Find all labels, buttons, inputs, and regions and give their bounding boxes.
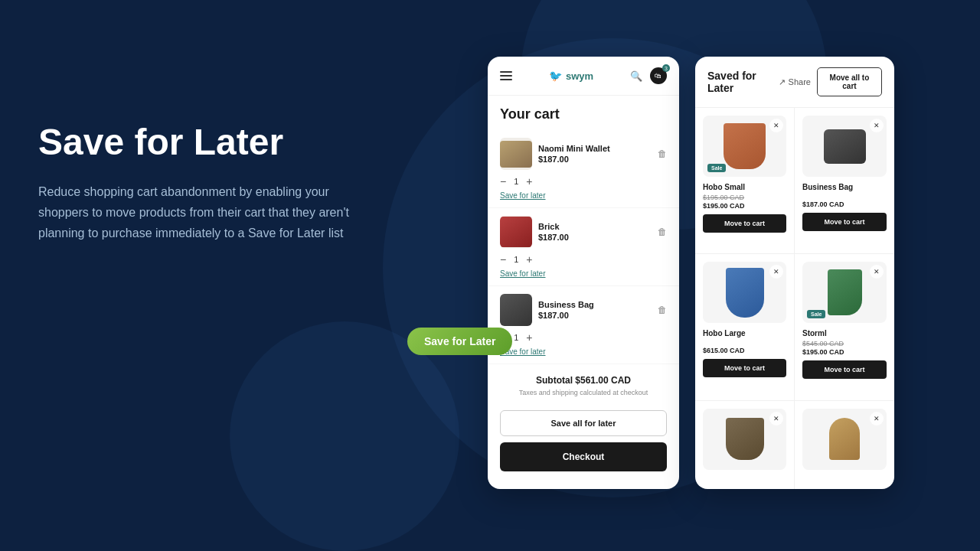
- cart-item-info-2: Brick $187.00: [538, 222, 652, 242]
- cart-title: Your cart: [488, 96, 679, 130]
- sale-badge-1: Sale: [707, 164, 726, 172]
- share-icon: ↗: [779, 77, 786, 87]
- subtotal-label: Subtotal: [536, 375, 573, 386]
- share-label: Share: [789, 77, 811, 86]
- cart-item-3: Business Bag $187.00 🗑 − 1 + Save for la…: [488, 286, 679, 364]
- remove-sfl-item-3[interactable]: ✕: [769, 265, 783, 279]
- sfl-item-price-1: $195.00 CAD: [703, 202, 786, 210]
- sfl-item-img-3: ✕: [703, 262, 786, 323]
- cart-icon[interactable]: 🛍 3: [650, 67, 667, 84]
- sfl-item-img-5: ✕: [703, 409, 786, 470]
- search-icon[interactable]: 🔍: [630, 70, 642, 82]
- subtotal-text: Subtotal $561.00 CAD: [500, 375, 667, 386]
- move-to-cart-btn-3[interactable]: Move to cart: [703, 359, 786, 377]
- sfl-item-2: ✕ Business Bag $187.00 CAD Move to cart: [795, 108, 894, 254]
- cart-item-name-1: Naomi Mini Wallet: [538, 144, 652, 153]
- save-all-button[interactable]: Save all for later: [500, 410, 667, 436]
- sfl-item-name-2: Business Bag: [802, 183, 887, 191]
- sfl-item-name-3: Hobo Large: [703, 329, 786, 337]
- delete-item-1-icon[interactable]: 🗑: [658, 148, 667, 159]
- cart-item-price-3: $187.00: [538, 311, 652, 320]
- qty-increase-1[interactable]: +: [526, 176, 532, 187]
- sfl-item-price-2: $187.00 CAD: [802, 201, 887, 208]
- cart-header: 🐦 swym 🔍 🛍 3: [488, 57, 679, 96]
- logo-text: swym: [566, 70, 593, 82]
- qty-increase-3[interactable]: +: [526, 332, 532, 343]
- cart-item-info-1: Naomi Mini Wallet $187.00: [538, 144, 652, 164]
- qty-control-2: − 1 +: [500, 254, 667, 265]
- qty-value-1: 1: [514, 177, 518, 186]
- sfl-item-4: Sale ✕ Storml $545.00 CAD $195.00 CAD Mo…: [795, 254, 894, 400]
- subtotal-amount: $561.00 CAD: [575, 375, 631, 386]
- remove-sfl-item-5[interactable]: ✕: [769, 412, 783, 425]
- save-later-link-2[interactable]: Save for later: [500, 269, 667, 278]
- move-to-cart-btn-2[interactable]: Move to cart: [802, 213, 887, 231]
- sfl-item-img-2: ✕: [802, 116, 887, 177]
- sfl-item-img-4: Sale ✕: [802, 262, 887, 323]
- sfl-item-3: ✕ Hobo Large $615.00 CAD Move to cart: [695, 254, 795, 400]
- sfl-item-img-1: Sale ✕: [703, 116, 786, 177]
- sfl-item-name-1: Hobo Small: [703, 183, 786, 191]
- cart-item-name-2: Brick: [538, 222, 652, 231]
- sfl-grid: Sale ✕ Hobo Small $195.00 CAD $195.00 CA…: [695, 108, 894, 489]
- qty-control-1: − 1 +: [500, 176, 667, 187]
- bg-circle-3: [230, 321, 459, 551]
- cart-icons: 🔍 🛍 3: [630, 67, 667, 84]
- sfl-header: Saved for Later ↗ Share Move all to cart: [695, 57, 894, 108]
- remove-sfl-item-2[interactable]: ✕: [870, 119, 884, 132]
- cart-item-img-1: [500, 138, 532, 170]
- sfl-panel: Saved for Later ↗ Share Move all to cart…: [695, 57, 894, 489]
- qty-decrease-2[interactable]: −: [500, 254, 506, 265]
- sfl-item-img-6: ✕: [802, 409, 887, 470]
- move-all-button[interactable]: Move all to cart: [817, 67, 882, 96]
- move-to-cart-btn-4[interactable]: Move to cart: [802, 360, 887, 379]
- save-later-link-1[interactable]: Save for later: [500, 191, 667, 200]
- sfl-item-name-4: Storml: [802, 329, 887, 337]
- remove-sfl-item-6[interactable]: ✕: [870, 412, 884, 425]
- cart-panel: 🐦 swym 🔍 🛍 3 Your cart Naomi Mini Wallet…: [488, 57, 679, 489]
- checkout-button[interactable]: Checkout: [500, 442, 667, 471]
- subtotal-tax: Taxes and shipping calculated at checkou…: [500, 389, 667, 396]
- cart-item-2: Brick $187.00 🗑 − 1 + Save for later: [488, 208, 679, 286]
- sfl-item-1: Sale ✕ Hobo Small $195.00 CAD $195.00 CA…: [695, 108, 795, 254]
- sfl-panel-title: Saved for Later: [707, 70, 779, 94]
- qty-increase-2[interactable]: +: [526, 254, 532, 265]
- sfl-pill-label: Save for Later: [407, 328, 512, 355]
- left-section: Save for Later Reduce shopping cart aban…: [38, 122, 360, 243]
- qty-value-3: 1: [514, 333, 518, 342]
- swym-bird-icon: 🐦: [549, 70, 562, 82]
- remove-sfl-item-4[interactable]: ✕: [870, 265, 884, 279]
- cart-item-img-2: [500, 216, 532, 248]
- cart-item-img-3: [500, 294, 532, 326]
- cart-item-info-3: Business Bag $187.00: [538, 300, 652, 320]
- sfl-item-6: ✕: [795, 401, 894, 489]
- sfl-item-price-3: $615.00 CAD: [703, 347, 786, 354]
- cart-item-price-1: $187.00: [538, 155, 652, 164]
- cart-item-price-2: $187.00: [538, 233, 652, 242]
- delete-item-3-icon[interactable]: 🗑: [658, 305, 667, 315]
- swym-logo: 🐦 swym: [549, 70, 593, 82]
- qty-value-2: 1: [514, 255, 518, 264]
- save-later-link-3[interactable]: Save for later: [500, 347, 667, 356]
- main-description: Reduce shopping cart abandonment by enab…: [38, 181, 360, 244]
- move-to-cart-btn-1[interactable]: Move to cart: [703, 214, 786, 233]
- delete-item-2-icon[interactable]: 🗑: [658, 227, 667, 237]
- main-heading: Save for Later: [38, 122, 360, 163]
- share-button[interactable]: ↗ Share: [779, 77, 811, 87]
- remove-sfl-item-1[interactable]: ✕: [769, 119, 783, 132]
- hamburger-icon[interactable]: [500, 71, 512, 80]
- sfl-item-5: ✕: [695, 401, 795, 489]
- qty-control-3: − 1 +: [500, 332, 667, 343]
- cart-subtotal: Subtotal $561.00 CAD Taxes and shipping …: [488, 364, 679, 410]
- cart-item-name-3: Business Bag: [538, 300, 652, 309]
- sfl-item-original-price-4: $545.00 CAD: [802, 340, 887, 347]
- sale-badge-4: Sale: [807, 310, 825, 318]
- cart-item-1: Naomi Mini Wallet $187.00 🗑 − 1 + Save f…: [488, 130, 679, 208]
- qty-decrease-1[interactable]: −: [500, 176, 506, 187]
- sfl-item-price-4: $195.00 CAD: [802, 348, 887, 356]
- sfl-item-original-price-1: $195.00 CAD: [703, 194, 786, 201]
